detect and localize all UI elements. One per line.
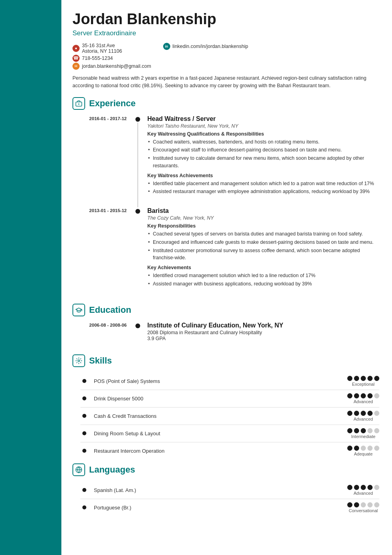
job-company: The Cozy Cafe, New York, NY [147,215,379,221]
language-row: Portuguese (Br.) Conversational [80,499,379,516]
skill-rating: Advanced [347,393,379,404]
experience-date: 2013-01 - 2015-12 [72,207,134,300]
bullet-item: Encouraged and influenced cafe guests to… [147,239,379,246]
job-bullets1: Coached waiters, waitresses, bartenders,… [147,138,379,170]
dot-filled [347,502,352,507]
education-section: Education 2006-08 - 2008-06 Institute of… [72,304,379,350]
edu-institution: Institute of Culinary Education, New Yor… [147,322,379,329]
location-icon: ● [72,45,80,52]
skill-dots [347,446,379,451]
dot-empty [374,393,379,398]
language-name: Portuguese (Br.) [88,505,347,511]
dot-filled [354,393,359,398]
timeline-dot-col [134,207,142,300]
bullet-item: Coached waiters, waitresses, bartenders,… [147,138,379,146]
languages-header: Languages [72,463,379,476]
experience-item: 2016-01 - 2017-12 Head Waitress / Server… [72,115,379,208]
bullet-item: Instituted survey to calculate demand fo… [147,155,379,170]
experience-title: Experience [89,98,135,109]
skill-dot-col [80,414,88,418]
candidate-name: Jordan Blankenship [72,11,379,28]
languages-section: Languages Spanish (Lat. Am.) Advanced Po… [72,463,379,516]
timeline-dot [135,117,140,122]
dot-empty [367,502,373,507]
education-date: 2006-08 - 2008-06 [72,322,134,350]
languages-icon [72,463,85,476]
dot-filled [361,485,366,490]
summary-text: Personable head waitress with 2 years ex… [72,75,379,90]
dot-empty [361,502,366,507]
edu-gpa: 3.9 GPA [147,336,379,341]
job-title: Barista [147,207,379,214]
dot-filled [361,393,366,398]
dot-filled [354,502,359,507]
dot-filled [361,411,366,416]
dot-filled [347,446,352,451]
contact-section: ● 35-16 31st Ave Astoria, NY 11106 ☎ 718… [72,43,379,71]
language-dots [347,502,379,507]
skill-level: Exceptional [352,382,375,387]
language-rating: Conversational [347,502,379,513]
bullet-item: Encouraged wait staff to influence desse… [147,146,379,154]
timeline-line [137,122,138,208]
email-icon: ✉ [72,63,80,70]
skill-rating: Intermediate [347,428,379,439]
skills-title: Skills [89,356,112,366]
header: Jordan Blankenship Server Extraordinaire [72,11,379,37]
lang-dot [82,488,86,492]
language-level: Advanced [354,491,373,496]
bullet-item: Identified table placement and managemen… [147,180,379,188]
job-bullets2: Identified crowd management solution whi… [147,272,379,288]
skill-level: Advanced [354,399,373,404]
skill-level: Advanced [354,417,373,421]
skill-dot [82,449,86,453]
skill-dot-col [80,449,88,453]
skill-dot [82,396,86,400]
skill-level: Adequate [354,452,373,456]
skill-name: POS (Point of Sale) Systems [88,378,347,384]
dot-filled [354,485,359,490]
skill-row: Restaurant Intercom Operation Adequate [80,442,379,459]
experience-content: Barista The Cozy Cafe, New York, NY Key … [142,207,379,300]
job-company: Yakitori Taisho Restaurant, New York, NY [147,123,379,129]
dot-empty [367,428,373,433]
dot-empty [367,446,373,451]
skill-dots [347,393,379,398]
skill-dot-col [80,431,88,435]
languages-title: Languages [89,465,135,475]
experience-date: 2016-01 - 2017-12 [72,115,134,208]
experience-item: 2013-01 - 2015-12 Barista The Cozy Cafe,… [72,207,379,300]
language-name: Spanish (Lat. Am.) [88,487,347,493]
dot-filled [374,376,379,381]
skill-dot [82,414,86,418]
svg-point-3 [78,360,80,362]
contact-phone: ☎ 718-555-1234 [72,55,151,62]
language-row: Spanish (Lat. Am.) Advanced [80,482,379,499]
timeline-dot [135,323,140,328]
job-subtitle2: Key Waitress Achievements [147,173,379,178]
sidebar [0,0,61,555]
skill-row: Drink Dispenser 5000 Advanced [80,390,379,408]
job-subtitle2: Key Achievements [147,265,379,270]
job-bullets1: Coached several types of servers on bari… [147,230,379,262]
skill-dot-col [80,379,88,383]
skills-icon [72,354,85,367]
dot-filled [354,446,359,451]
lang-dot-col [80,488,88,492]
dot-filled [361,376,366,381]
skill-name: Dining Room Setup & Layout [88,431,347,436]
main-content: Jordan Blankenship Server Extraordinaire… [61,0,392,555]
skills-list: POS (Point of Sale) Systems Exceptional … [80,373,379,459]
dot-empty [361,446,366,451]
contact-email: ✉ jordan.blankenship@gmail.com [72,63,151,70]
dot-filled [354,411,359,416]
experience-timeline: 2016-01 - 2017-12 Head Waitress / Server… [72,115,379,300]
experience-section: Experience 2016-01 - 2017-12 Head Waitre… [72,97,379,300]
language-rating: Advanced [347,485,379,496]
job-subtitle1: Key Responsibilities [147,223,379,229]
skill-dot-col [80,396,88,400]
education-title: Education [89,305,131,315]
job-bullets2: Identified table placement and managemen… [147,180,379,196]
job-subtitle1: Key Waitressing Qualifications & Respons… [147,131,379,137]
dot-empty [374,502,379,507]
